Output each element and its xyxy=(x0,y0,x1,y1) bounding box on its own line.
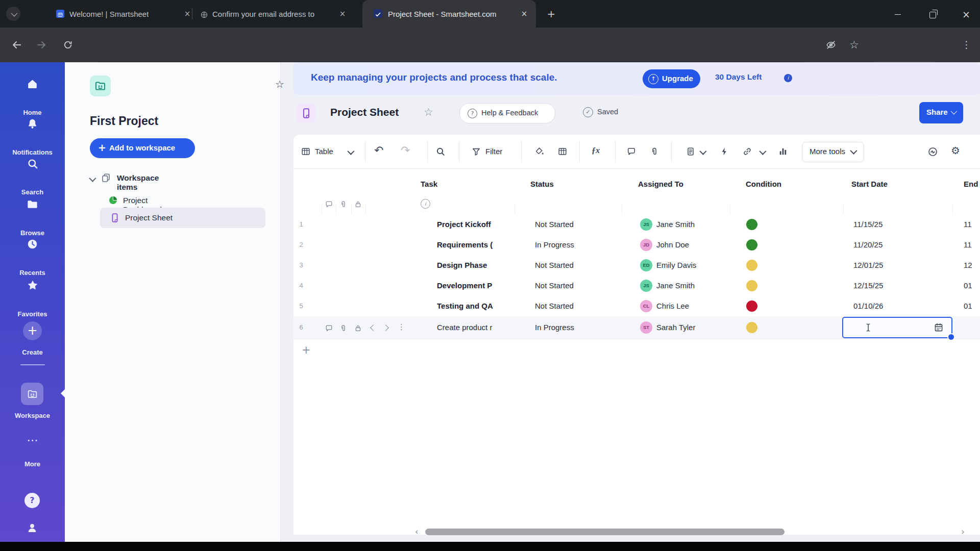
grid-row-3[interactable]: 3Design PhaseNot StartedEDEmily Davis12/… xyxy=(293,255,980,276)
column-header-assigned-to[interactable]: Assigned To xyxy=(638,180,683,188)
add-comment-icon[interactable] xyxy=(325,323,333,332)
indent-left-icon[interactable] xyxy=(370,324,377,331)
cell-end-date[interactable]: 11 xyxy=(964,240,972,249)
cell-start-date[interactable]: 12/01/25 xyxy=(853,261,883,269)
condition-dot[interactable] xyxy=(746,219,757,230)
cell-task[interactable]: Testing and QA xyxy=(437,302,511,310)
favorite-star-icon[interactable] xyxy=(275,78,284,90)
browser-tab-project-sheet[interactable]: Project Sheet - Smartsheet.com xyxy=(362,0,536,28)
cell-start-date[interactable]: 01/10/26 xyxy=(853,302,883,310)
condition-dot[interactable] xyxy=(746,239,757,251)
upgrade-button[interactable]: Upgrade xyxy=(643,69,700,88)
cell-task[interactable]: Project Kickoff xyxy=(437,220,511,229)
column-header-task[interactable]: Task xyxy=(421,180,437,188)
scroll-left-icon[interactable] xyxy=(415,527,419,537)
cell-status[interactable]: Not Started xyxy=(535,220,574,229)
cell-end-date[interactable]: 01 xyxy=(964,281,972,290)
column-header-condition[interactable]: Condition xyxy=(746,180,781,188)
cell-status[interactable]: Not Started xyxy=(535,281,574,290)
view-selector[interactable]: Table xyxy=(315,147,333,156)
tree-item-project-sheet[interactable]: Project Sheet xyxy=(100,208,265,228)
add-to-workspace-button[interactable]: Add to workspace xyxy=(90,138,195,158)
sidebar-item-workspace[interactable]: Workspace xyxy=(0,383,65,390)
lock-column-icon[interactable] xyxy=(354,199,362,208)
cell-status[interactable]: Not Started xyxy=(535,302,574,310)
window-restore-button[interactable] xyxy=(925,8,939,21)
grid-row-4[interactable]: 4Development PNot StartedJSJane Smith12/… xyxy=(293,276,980,296)
lock-row-icon[interactable] xyxy=(354,323,362,332)
browser-tab-welcome[interactable]: Welcome! | Smartsheet xyxy=(36,0,191,28)
reload-icon[interactable] xyxy=(62,39,74,51)
cell-status[interactable]: In Progress xyxy=(535,323,574,332)
redo-icon[interactable] xyxy=(401,144,410,157)
new-tab-button[interactable] xyxy=(545,8,557,20)
start-date-edit-cell[interactable] xyxy=(842,317,952,338)
horizontal-scrollbar[interactable] xyxy=(425,529,785,535)
fill-color-icon[interactable] xyxy=(534,146,545,157)
sidebar-item-recents[interactable]: Recents xyxy=(0,238,65,258)
grid-row-6[interactable]: 6Create product rIn ProgressSTSarah Tyle… xyxy=(293,316,980,339)
comment-column-icon[interactable] xyxy=(325,199,333,208)
sidebar-item-notifications[interactable]: Notifications xyxy=(0,117,65,138)
bookmark-star-icon[interactable] xyxy=(849,39,859,51)
attachment-icon[interactable] xyxy=(649,146,659,157)
activity-gauge-icon[interactable] xyxy=(927,146,938,157)
column-header-start-date[interactable]: Start Date xyxy=(851,180,888,188)
automation-bolt-icon[interactable] xyxy=(719,146,729,157)
help-button[interactable] xyxy=(24,493,40,508)
calendar-icon[interactable] xyxy=(933,322,944,333)
chart-icon[interactable] xyxy=(778,146,788,157)
back-icon[interactable] xyxy=(11,39,22,51)
cell-end-date[interactable]: 11 xyxy=(964,220,972,229)
row-number[interactable]: 2 xyxy=(293,241,309,249)
cell-task[interactable]: Requirements ( xyxy=(437,240,511,249)
row-menu-icon[interactable] xyxy=(398,322,405,332)
document-icon[interactable] xyxy=(685,146,696,157)
cell-drag-handle[interactable] xyxy=(947,333,955,341)
row-number[interactable]: 4 xyxy=(293,282,309,290)
indent-right-icon[interactable] xyxy=(382,324,389,331)
condition-dot[interactable] xyxy=(746,280,757,291)
row-number[interactable]: 5 xyxy=(293,302,309,310)
tab-search-chevron-button[interactable] xyxy=(6,7,20,21)
search-icon[interactable] xyxy=(435,146,446,157)
sidebar-item-create[interactable]: Create xyxy=(0,321,65,329)
share-button[interactable]: Share xyxy=(919,102,963,123)
column-header-status[interactable]: Status xyxy=(530,180,554,188)
attachment-column-icon[interactable] xyxy=(339,199,348,208)
info-icon[interactable] xyxy=(784,74,792,82)
comment-icon[interactable] xyxy=(626,146,636,157)
add-row-button[interactable] xyxy=(302,344,311,356)
sidebar-item-favorites[interactable]: Favorites xyxy=(0,279,65,299)
undo-icon[interactable] xyxy=(374,144,383,157)
sidebar-item-more[interactable]: More xyxy=(0,434,65,455)
column-header-end-date[interactable]: End Date xyxy=(964,180,980,188)
cell-status[interactable]: Not Started xyxy=(535,261,574,269)
browser-tab-confirm-email[interactable]: Confirm your email address to xyxy=(194,0,360,28)
cell-end-date[interactable]: 01 xyxy=(964,302,972,310)
grid-row-2[interactable]: 2Requirements (In ProgressJDJohn Doe11/2… xyxy=(293,235,980,256)
browser-menu-icon[interactable] xyxy=(962,39,971,51)
tab-close-icon[interactable] xyxy=(338,9,347,18)
condition-dot[interactable] xyxy=(746,260,757,271)
cell-task[interactable]: Design Phase xyxy=(437,261,511,269)
sidebar-item-browse[interactable]: Browse xyxy=(0,198,65,218)
favorite-sheet-star-icon[interactable] xyxy=(424,106,433,118)
more-tools-button[interactable]: More tools xyxy=(802,142,864,162)
link-icon[interactable] xyxy=(742,146,752,157)
table-view-icon[interactable] xyxy=(301,146,311,157)
formula-icon[interactable]: ƒx xyxy=(592,146,600,155)
sidebar-item-search[interactable]: Search xyxy=(0,158,65,178)
row-number[interactable]: 3 xyxy=(293,261,309,269)
chevron-down-icon[interactable] xyxy=(759,148,766,155)
add-attachment-icon[interactable] xyxy=(339,323,348,332)
window-minimize-button[interactable] xyxy=(891,8,904,21)
cell-start-date[interactable]: 11/15/25 xyxy=(853,220,883,229)
chevron-down-icon[interactable] xyxy=(699,148,706,155)
format-table-icon[interactable] xyxy=(557,146,568,157)
row-number[interactable]: 6 xyxy=(293,323,309,332)
tab-close-icon[interactable] xyxy=(520,9,529,18)
scroll-right-icon[interactable] xyxy=(961,527,965,537)
chevron-down-icon[interactable] xyxy=(347,148,354,155)
help-feedback-button[interactable]: Help & Feedback xyxy=(459,103,555,123)
